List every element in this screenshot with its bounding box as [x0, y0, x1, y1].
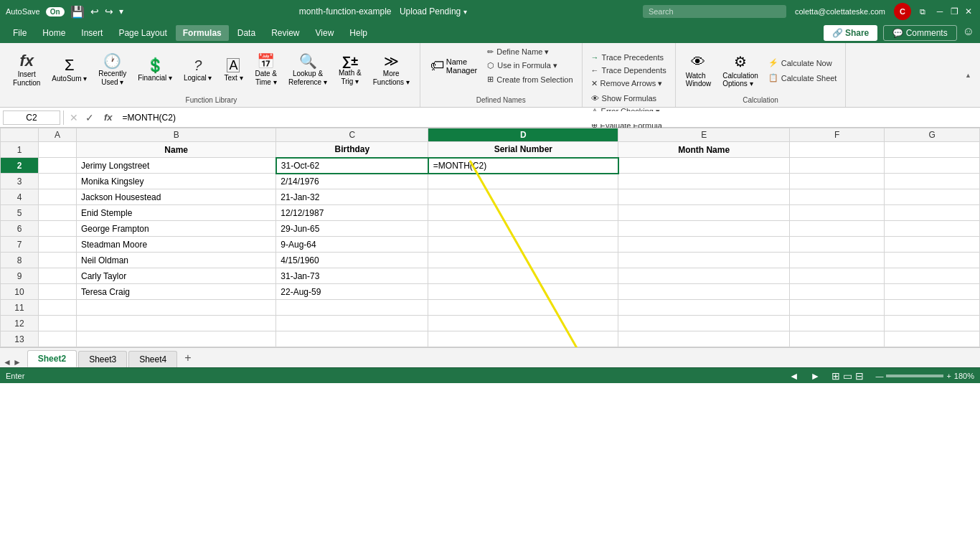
cell-b1[interactable]: Name	[77, 142, 276, 158]
cell-f5[interactable]	[789, 205, 885, 221]
cell-f3[interactable]	[789, 174, 885, 189]
name-manager-button[interactable]: 🏷 NameManager	[426, 55, 481, 77]
col-header-c[interactable]: C	[276, 128, 428, 142]
row-header-1[interactable]: 1	[1, 142, 39, 158]
upload-dropdown[interactable]: ▾	[463, 8, 467, 16]
user-avatar[interactable]: C	[894, 3, 911, 20]
menu-help[interactable]: Help	[342, 25, 374, 41]
watch-window-button[interactable]: 👁 WatchWindow	[682, 51, 716, 90]
cell-f9[interactable]	[789, 268, 885, 284]
cell-f11[interactable]	[789, 300, 885, 316]
col-header-d[interactable]: D	[428, 128, 618, 142]
row-header-2[interactable]: 2	[1, 158, 39, 174]
row-header-9[interactable]: 9	[1, 268, 39, 284]
cell-c2[interactable]: 31-Oct-62	[276, 158, 428, 174]
col-header-b[interactable]: B	[77, 128, 276, 142]
financial-button[interactable]: 💲 Financial ▾	[133, 55, 176, 85]
cell-a7[interactable]	[39, 237, 77, 253]
cancel-formula-button[interactable]: ✕	[67, 112, 81, 123]
cell-b4[interactable]: Jackson Housestead	[77, 189, 276, 205]
cell-b2[interactable]: Jerimy Longstreet	[77, 158, 276, 174]
cell-c12[interactable]	[276, 316, 428, 331]
cell-a13[interactable]	[39, 331, 77, 347]
calculate-sheet-button[interactable]: 📋 Calculate Sheet	[765, 72, 840, 84]
math-trig-button[interactable]: ∑± Math &Trig ▾	[334, 52, 366, 89]
cell-a8[interactable]	[39, 253, 77, 268]
cell-g4[interactable]	[885, 189, 980, 205]
cell-b10[interactable]: Teresa Craig	[77, 284, 276, 300]
cell-d8[interactable]	[428, 253, 618, 268]
more-functions-button[interactable]: ≫ MoreFunctions ▾	[369, 51, 414, 90]
autosave-toggle[interactable]: On	[46, 7, 65, 17]
cell-b5[interactable]: Enid Stemple	[77, 205, 276, 221]
cell-a1[interactable]	[39, 142, 77, 158]
sheet-scroll-arrows[interactable]: ◄ ►	[3, 357, 22, 367]
cell-c11[interactable]	[276, 300, 428, 316]
zoom-controls[interactable]: — + 180%	[875, 372, 974, 380]
row-header-8[interactable]: 8	[1, 253, 39, 268]
cell-f8[interactable]	[789, 253, 885, 268]
cell-g3[interactable]	[885, 174, 980, 189]
cell-d9[interactable]	[428, 268, 618, 284]
cell-f1[interactable]	[789, 142, 885, 158]
row-header-10[interactable]: 10	[1, 284, 39, 300]
row-header-4[interactable]: 4	[1, 189, 39, 205]
cell-g8[interactable]	[885, 253, 980, 268]
cell-f7[interactable]	[789, 237, 885, 253]
emoji-button[interactable]: ☺	[963, 25, 974, 41]
cell-f10[interactable]	[789, 284, 885, 300]
cell-e10[interactable]	[618, 284, 790, 300]
scroll-left-status[interactable]: ◄	[789, 370, 799, 382]
cell-e5[interactable]	[618, 205, 790, 221]
confirm-formula-button[interactable]: ✓	[83, 112, 97, 123]
cell-b12[interactable]	[77, 316, 276, 331]
cell-a10[interactable]	[39, 284, 77, 300]
cell-e8[interactable]	[618, 253, 790, 268]
search-input[interactable]	[643, 5, 786, 18]
trace-precedents-button[interactable]: → Trace Precedents	[588, 52, 666, 63]
menu-view[interactable]: View	[308, 25, 341, 41]
cell-d5[interactable]	[428, 205, 618, 221]
cell-e1[interactable]: Month Name	[618, 142, 790, 158]
cell-c1[interactable]: Birthday	[276, 142, 428, 158]
cell-d7[interactable]	[428, 237, 618, 253]
cell-e13[interactable]	[618, 331, 790, 347]
redo-icon[interactable]: ↪	[105, 6, 113, 17]
cell-a2[interactable]	[39, 158, 77, 174]
formula-input[interactable]	[120, 111, 977, 124]
define-name-button[interactable]: ✏ Define Name ▾	[484, 46, 575, 58]
menu-formulas[interactable]: Formulas	[176, 25, 229, 41]
cell-c7[interactable]: 9-Aug-64	[276, 237, 428, 253]
cell-e7[interactable]	[618, 237, 790, 253]
lookup-reference-button[interactable]: 🔍 Lookup &Reference ▾	[284, 51, 331, 90]
use-in-formula-button[interactable]: ⬡ Use in Formula ▾	[484, 60, 575, 72]
cell-c4[interactable]: 21-Jan-32	[276, 189, 428, 205]
cell-f12[interactable]	[789, 316, 885, 331]
remove-arrows-button[interactable]: ✕ Remove Arrows ▾	[588, 77, 666, 90]
insert-function-bar-button[interactable]: fx	[100, 112, 117, 123]
cell-d4[interactable]	[428, 189, 618, 205]
logical-button[interactable]: ? Logical ▾	[179, 55, 216, 85]
text-button[interactable]: A Text ▾	[219, 55, 248, 85]
cell-f13[interactable]	[789, 331, 885, 347]
zoom-out-button[interactable]: —	[875, 372, 883, 380]
cell-d6[interactable]	[428, 221, 618, 237]
cell-b11[interactable]	[77, 300, 276, 316]
menu-file[interactable]: File	[6, 25, 34, 41]
minimize-button[interactable]: ─	[934, 6, 946, 17]
cell-d3[interactable]	[428, 174, 618, 189]
ribbon-collapse-button[interactable]: ▲	[965, 72, 971, 79]
cell-g5[interactable]	[885, 205, 980, 221]
cell-e3[interactable]	[618, 174, 790, 189]
cell-a6[interactable]	[39, 221, 77, 237]
cell-g6[interactable]	[885, 221, 980, 237]
menu-data[interactable]: Data	[230, 25, 263, 41]
menu-review[interactable]: Review	[264, 25, 306, 41]
calculation-options-button[interactable]: ⚙ CalculationOptions ▾	[718, 50, 762, 90]
cell-g13[interactable]	[885, 331, 980, 347]
cell-f2[interactable]	[789, 158, 885, 174]
cell-c8[interactable]: 4/15/1960	[276, 253, 428, 268]
cell-g10[interactable]	[885, 284, 980, 300]
window-controls[interactable]: ─ ❐ ✕	[934, 6, 974, 17]
cell-a12[interactable]	[39, 316, 77, 331]
